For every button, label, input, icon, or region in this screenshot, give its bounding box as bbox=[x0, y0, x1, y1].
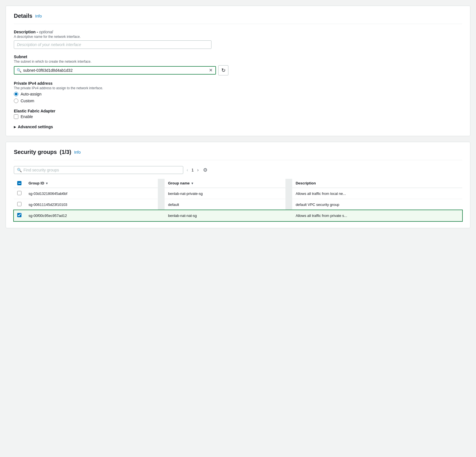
sg-row1-divider-2 bbox=[285, 188, 292, 199]
sg-row3-divider-2 bbox=[285, 210, 292, 221]
sg-search-icon: 🔍 bbox=[17, 168, 22, 172]
description-hint: A descriptive name for the network inter… bbox=[14, 35, 462, 39]
details-title: Details bbox=[14, 13, 32, 19]
description-input[interactable] bbox=[14, 40, 211, 49]
sg-search-input[interactable] bbox=[23, 168, 180, 172]
ipv4-custom-option[interactable]: Custom bbox=[14, 99, 462, 103]
sg-row2-checkbox-cell bbox=[14, 199, 25, 210]
efa-enable-checkbox[interactable] bbox=[14, 114, 18, 119]
sg-col-group-name: Group name ▼ bbox=[165, 179, 285, 188]
sg-table-body: sg-03d132180645ab6bf benlab-nat-private-… bbox=[14, 188, 462, 221]
subnet-search-row: 🔍 ✕ ↻ bbox=[14, 65, 228, 75]
ipv4-label: Private IPv4 address bbox=[14, 81, 462, 86]
subnet-search-wrapper: 🔍 ✕ bbox=[14, 66, 216, 75]
efa-field-group: Elastic Fabric Adapter Enable bbox=[14, 109, 462, 119]
sg-col-description-label: Description bbox=[296, 181, 316, 185]
ipv4-auto-assign-radio[interactable] bbox=[14, 92, 18, 96]
sg-row3-description: Allows all traffic from private s... bbox=[292, 210, 462, 221]
subnet-refresh-button[interactable]: ↻ bbox=[218, 65, 228, 75]
sg-row2-description: default VPC security group bbox=[292, 199, 462, 210]
sg-row2-divider-2 bbox=[285, 199, 292, 210]
sg-col-group-id-sort-icon[interactable]: ▼ bbox=[45, 182, 49, 185]
subnet-clear-button[interactable]: ✕ bbox=[208, 68, 213, 73]
sg-row2-group-id: sg-00611145d23f10103 bbox=[25, 199, 158, 210]
sg-row3-group-name: benlab-nat-nat-sg bbox=[165, 210, 285, 221]
sg-search-row: 🔍 ‹ 1 › ⚙ bbox=[14, 166, 462, 174]
ipv4-hint: The private IPv4 address to assign to th… bbox=[14, 86, 462, 90]
ipv4-auto-assign-label: Auto-assign bbox=[21, 92, 42, 96]
sg-row3-checkbox-cell bbox=[14, 210, 25, 221]
description-label: Description - optional bbox=[14, 30, 462, 34]
advanced-settings-toggle[interactable]: ▶ Advanced settings bbox=[14, 125, 462, 129]
sg-header-row: Group ID ▼ Group name ▼ Description bbox=[14, 179, 462, 188]
sg-title: Security groups bbox=[14, 149, 57, 155]
subnet-field-group: Subnet The subnet in which to create the… bbox=[14, 55, 462, 75]
ipv4-field-group: Private IPv4 address The private IPv4 ad… bbox=[14, 81, 462, 103]
sg-count: (1/3) bbox=[60, 149, 71, 155]
subnet-label: Subnet bbox=[14, 55, 462, 59]
sg-row1-description: Allows all traffic from local ne... bbox=[292, 188, 462, 199]
security-groups-header: Security groups (1/3) Info bbox=[14, 149, 462, 160]
efa-label: Elastic Fabric Adapter bbox=[14, 109, 462, 113]
security-groups-card: Security groups (1/3) Info 🔍 ‹ 1 › ⚙ bbox=[6, 142, 470, 228]
sg-search-wrapper: 🔍 bbox=[14, 166, 183, 174]
details-info-link[interactable]: Info bbox=[35, 14, 42, 18]
sg-row1-group-name: benlab-nat-private-sg bbox=[165, 188, 285, 199]
sg-row1-divider-1 bbox=[158, 188, 165, 199]
sg-table-header: Group ID ▼ Group name ▼ Description bbox=[14, 179, 462, 188]
sg-col-group-id: Group ID ▼ bbox=[25, 179, 158, 188]
sg-row1-checkbox-cell bbox=[14, 188, 25, 199]
table-row: sg-00611145d23f10103 default default VPC… bbox=[14, 199, 462, 210]
description-field-group: Description - optional A descriptive nam… bbox=[14, 30, 462, 49]
sg-col-divider-1 bbox=[158, 179, 165, 188]
sg-col-description: Description bbox=[292, 179, 462, 188]
sg-col-group-name-label: Group name bbox=[168, 181, 190, 185]
sg-pagination: ‹ 1 › bbox=[185, 166, 200, 174]
sg-col-group-id-label: Group ID bbox=[29, 181, 44, 185]
sg-settings-button[interactable]: ⚙ bbox=[202, 166, 209, 174]
subnet-search-input[interactable] bbox=[23, 68, 207, 73]
sg-row2-group-name: default bbox=[165, 199, 285, 210]
ipv4-custom-label: Custom bbox=[21, 99, 34, 103]
sg-info-link[interactable]: Info bbox=[74, 150, 80, 154]
subnet-hint: The subnet in which to create the networ… bbox=[14, 60, 462, 64]
security-groups-table: Group ID ▼ Group name ▼ Description bbox=[14, 179, 462, 221]
efa-enable-label: Enable bbox=[21, 114, 33, 119]
efa-enable-option[interactable]: Enable bbox=[14, 114, 462, 119]
refresh-icon: ↻ bbox=[221, 67, 226, 73]
details-card: Details Info Description - optional A de… bbox=[6, 6, 470, 136]
ipv4-custom-radio[interactable] bbox=[14, 99, 18, 103]
sg-row2-checkbox[interactable] bbox=[17, 202, 21, 206]
sg-next-page-button[interactable]: › bbox=[196, 166, 200, 174]
advanced-settings-triangle-icon: ▶ bbox=[14, 125, 16, 129]
advanced-settings-label: Advanced settings bbox=[18, 125, 53, 129]
table-row: sg-03d132180645ab6bf benlab-nat-private-… bbox=[14, 188, 462, 199]
sg-row3-checkbox[interactable] bbox=[17, 213, 21, 217]
sg-col-group-name-sort-icon[interactable]: ▼ bbox=[191, 182, 194, 185]
gear-icon: ⚙ bbox=[203, 167, 208, 173]
select-all-indeterminate-checkbox[interactable] bbox=[17, 181, 21, 185]
sg-col-divider-2 bbox=[285, 179, 292, 188]
sg-row2-divider-1 bbox=[158, 199, 165, 210]
sg-row1-group-id: sg-03d132180645ab6bf bbox=[25, 188, 158, 199]
sg-row3-divider-1 bbox=[158, 210, 165, 221]
ipv4-auto-assign-option[interactable]: Auto-assign bbox=[14, 92, 462, 96]
sg-row1-checkbox[interactable] bbox=[17, 191, 21, 195]
sg-prev-page-button[interactable]: ‹ bbox=[185, 166, 189, 174]
details-card-header: Details Info bbox=[14, 13, 462, 24]
table-row: sg-00f00c95ec957ad12 benlab-nat-nat-sg A… bbox=[14, 210, 462, 221]
subnet-search-icon: 🔍 bbox=[17, 68, 21, 73]
sg-row3-group-id: sg-00f00c95ec957ad12 bbox=[25, 210, 158, 221]
sg-page-number: 1 bbox=[190, 168, 195, 172]
ipv4-radio-group: Auto-assign Custom bbox=[14, 92, 462, 103]
sg-col-select-all[interactable] bbox=[14, 179, 25, 188]
